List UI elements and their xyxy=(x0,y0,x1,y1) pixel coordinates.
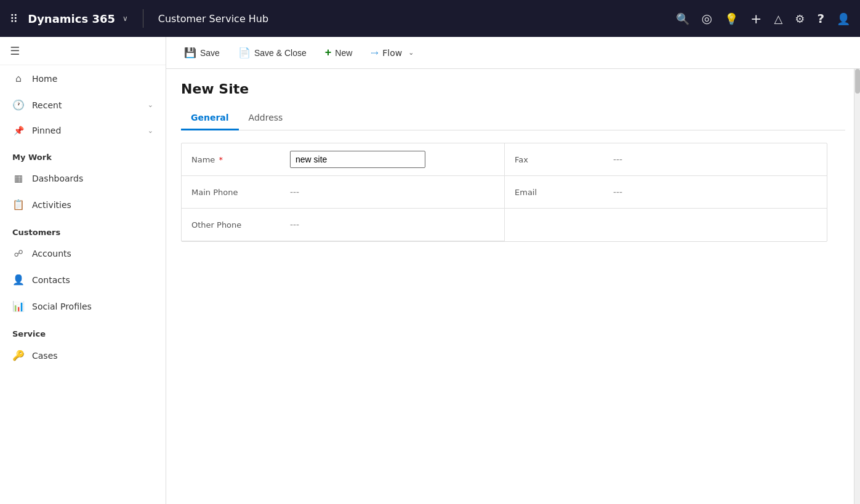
sidebar-item-recent[interactable]: 🕐 Recent ⌄ xyxy=(0,92,166,118)
pinned-chevron-icon: ⌄ xyxy=(148,127,153,135)
scroll-thumb xyxy=(855,69,860,94)
save-button[interactable]: 💾 Save xyxy=(176,42,228,63)
form-row-other-phone-inner: Other Phone --- xyxy=(182,209,504,241)
name-value xyxy=(290,151,494,168)
sidebar-item-dashboards-label: Dashboards xyxy=(32,174,83,183)
form-row-email: Email --- xyxy=(504,176,827,209)
other-phone-empty: --- xyxy=(290,220,299,230)
tab-general[interactable]: General xyxy=(181,106,239,130)
filter-icon[interactable]: △ xyxy=(774,12,782,25)
form-row-main-phone-inner: Main Phone --- xyxy=(182,176,504,208)
main-phone-value: --- xyxy=(290,187,494,197)
sidebar-item-home[interactable]: ⌂ Home xyxy=(0,65,166,92)
save-close-label: Save & Close xyxy=(254,48,307,58)
cases-icon: 🔑 xyxy=(12,350,25,361)
fax-label: Fax xyxy=(515,155,613,164)
form-row-main-phone: Main Phone --- xyxy=(182,176,504,209)
accounts-icon: ☍ xyxy=(12,248,25,259)
hamburger-icon[interactable]: ☰ xyxy=(10,44,20,57)
search-icon[interactable]: 🔍 xyxy=(676,12,689,25)
content-area: 💾 Save 📄 Save & Close + New ⤑ Flow ⌄ New… xyxy=(166,37,860,504)
target-icon[interactable]: ◎ xyxy=(702,11,712,26)
sidebar-item-pinned-label: Pinned xyxy=(32,126,61,135)
section-customers-header: Customers xyxy=(0,218,166,241)
form-grid: Name * Fax xyxy=(182,143,827,241)
main-phone-label: Main Phone xyxy=(191,188,290,197)
name-input[interactable] xyxy=(290,151,425,168)
flow-button[interactable]: ⤑ Flow ⌄ xyxy=(363,43,422,63)
app-name: Dynamics 365 xyxy=(28,12,115,25)
tab-address[interactable]: Address xyxy=(239,106,293,130)
nav-divider xyxy=(143,9,143,28)
flow-icon: ⤑ xyxy=(371,47,379,58)
pinned-icon: 📌 xyxy=(12,126,25,135)
flow-label: Flow xyxy=(382,48,402,58)
recent-icon: 🕐 xyxy=(12,99,25,111)
sidebar-item-contacts[interactable]: 👤 Contacts xyxy=(0,266,166,293)
recent-chevron-icon: ⌄ xyxy=(148,101,153,109)
fax-empty: --- xyxy=(613,154,622,164)
sidebar-scroll: ⌂ Home 🕐 Recent ⌄ 📌 Pinned ⌄ My Work ▦ D… xyxy=(0,65,166,504)
lightbulb-icon[interactable]: 💡 xyxy=(725,12,738,25)
topnav-left: ⠿ Dynamics 365 ∨ Customer Service Hub xyxy=(10,9,268,28)
add-icon[interactable]: + xyxy=(750,11,762,26)
sidebar-item-activities[interactable]: 📋 Activities xyxy=(0,191,166,218)
form-card: Name * Fax xyxy=(181,143,827,242)
sidebar-item-pinned[interactable]: 📌 Pinned ⌄ xyxy=(0,118,166,143)
email-empty: --- xyxy=(613,187,622,197)
toolbar: 💾 Save 📄 Save & Close + New ⤑ Flow ⌄ xyxy=(166,37,860,69)
section-my-work-header: My Work xyxy=(0,143,166,166)
main-phone-empty: --- xyxy=(290,187,299,197)
save-close-icon: 📄 xyxy=(238,47,251,58)
hub-name: Customer Service Hub xyxy=(158,13,268,25)
sidebar-item-contacts-label: Contacts xyxy=(32,275,70,285)
sidebar-item-social-profiles[interactable]: 📊 Social Profiles xyxy=(0,293,166,319)
other-phone-value: --- xyxy=(290,220,494,230)
sidebar-item-recent-label: Recent xyxy=(32,100,62,110)
new-label: New xyxy=(335,48,352,58)
form-row-email-inner: Email --- xyxy=(505,176,827,208)
page-scroll-container: New Site General Address Name xyxy=(166,69,860,504)
sidebar-item-social-profiles-label: Social Profiles xyxy=(32,302,92,311)
other-phone-label: Other Phone xyxy=(191,220,290,230)
form-row-fax: Fax --- xyxy=(504,143,827,176)
required-indicator: * xyxy=(219,155,223,164)
new-plus-icon: + xyxy=(325,46,332,59)
waffle-icon[interactable]: ⠿ xyxy=(10,12,18,25)
sidebar-item-activities-label: Activities xyxy=(32,200,71,210)
flow-chevron-icon: ⌄ xyxy=(408,49,414,57)
user-icon[interactable]: 👤 xyxy=(837,12,850,25)
scroll-indicator xyxy=(854,69,860,504)
name-label: Name * xyxy=(191,155,290,164)
dashboards-icon: ▦ xyxy=(12,173,25,184)
sidebar-item-home-label: Home xyxy=(32,74,57,84)
new-button[interactable]: + New xyxy=(317,42,361,63)
sidebar-item-cases[interactable]: 🔑 Cases xyxy=(0,342,166,369)
save-icon: 💾 xyxy=(184,47,196,58)
sidebar-top: ☰ xyxy=(0,37,166,65)
tabs: General Address xyxy=(181,106,845,130)
help-icon[interactable]: ? xyxy=(817,11,824,26)
settings-icon[interactable]: ⚙ xyxy=(795,12,805,25)
sidebar: ☰ ⌂ Home 🕐 Recent ⌄ 📌 Pinned ⌄ My Work ▦ xyxy=(0,37,166,504)
sidebar-item-cases-label: Cases xyxy=(32,351,58,361)
sidebar-item-dashboards[interactable]: ▦ Dashboards xyxy=(0,166,166,191)
fax-value: --- xyxy=(613,154,817,164)
app-chevron-icon[interactable]: ∨ xyxy=(123,14,128,23)
main-layout: ☰ ⌂ Home 🕐 Recent ⌄ 📌 Pinned ⌄ My Work ▦ xyxy=(0,37,860,504)
form-row-empty-inner xyxy=(505,209,827,241)
page-title: New Site xyxy=(181,81,845,97)
email-value: --- xyxy=(613,187,817,197)
save-close-button[interactable]: 📄 Save & Close xyxy=(230,42,315,63)
section-service-header: Service xyxy=(0,319,166,342)
form-row-name-inner: Name * xyxy=(182,143,504,175)
topnav-right: 🔍 ◎ 💡 + △ ⚙ ? 👤 xyxy=(676,11,850,26)
form-row-name: Name * xyxy=(182,143,504,176)
sidebar-item-accounts[interactable]: ☍ Accounts xyxy=(0,241,166,266)
social-profiles-icon: 📊 xyxy=(12,300,25,312)
contacts-icon: 👤 xyxy=(12,274,25,286)
page-content: New Site General Address Name xyxy=(166,69,860,504)
form-row-other-phone: Other Phone --- xyxy=(182,209,504,241)
sidebar-item-accounts-label: Accounts xyxy=(32,249,71,258)
top-navigation: ⠿ Dynamics 365 ∨ Customer Service Hub 🔍 … xyxy=(0,0,860,37)
